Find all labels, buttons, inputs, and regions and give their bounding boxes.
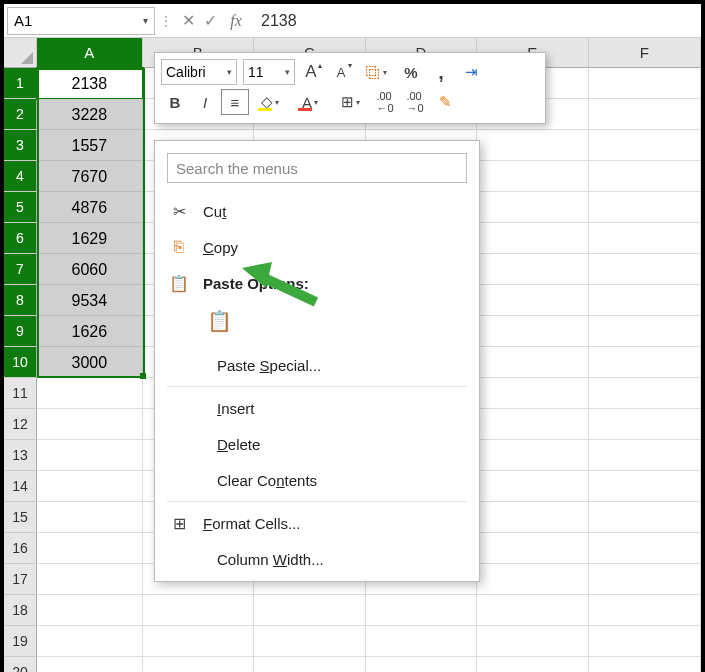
- cell[interactable]: 3000: [37, 347, 143, 378]
- font-size-select[interactable]: 11 ▾: [243, 59, 295, 85]
- cell[interactable]: [37, 502, 143, 533]
- row-header[interactable]: 15: [4, 502, 37, 533]
- row-header[interactable]: 3: [4, 130, 37, 161]
- cell[interactable]: [254, 626, 365, 657]
- cell[interactable]: [37, 471, 143, 502]
- cell[interactable]: 3228: [37, 99, 143, 130]
- cell[interactable]: [37, 595, 143, 626]
- row-header[interactable]: 20: [4, 657, 37, 672]
- paste-default-button[interactable]: 📋: [203, 305, 235, 337]
- menu-item-insert[interactable]: Insert: [155, 390, 479, 426]
- menu-item-column-width[interactable]: Column Width...: [155, 541, 479, 577]
- col-header-f[interactable]: F: [589, 38, 701, 68]
- cell[interactable]: 7670: [37, 161, 143, 192]
- row-header[interactable]: 13: [4, 440, 37, 471]
- cell[interactable]: [477, 192, 588, 223]
- accept-formula-icon[interactable]: ✓: [199, 11, 221, 30]
- row-header[interactable]: 16: [4, 533, 37, 564]
- cell[interactable]: 1629: [37, 223, 143, 254]
- cell[interactable]: [589, 471, 701, 502]
- increase-decimal-button[interactable]: .00←0: [371, 89, 399, 115]
- shrink-font-button[interactable]: A▾: [327, 59, 355, 85]
- menu-search-input[interactable]: Search the menus: [167, 153, 467, 183]
- fx-icon[interactable]: fx: [221, 12, 251, 30]
- font-color-button[interactable]: A ▾: [291, 89, 329, 115]
- menu-item-copy[interactable]: ⎘ Copy: [155, 229, 479, 265]
- select-all-corner[interactable]: [4, 38, 37, 68]
- row-header[interactable]: 17: [4, 564, 37, 595]
- row-header[interactable]: 2: [4, 99, 37, 130]
- row-header[interactable]: 7: [4, 254, 37, 285]
- row-header[interactable]: 18: [4, 595, 37, 626]
- cell[interactable]: 6060: [37, 254, 143, 285]
- cell[interactable]: [37, 657, 143, 672]
- fill-color-button[interactable]: ◇ ▾: [251, 89, 289, 115]
- row-header[interactable]: 12: [4, 409, 37, 440]
- cell[interactable]: [589, 657, 701, 672]
- cell[interactable]: [477, 378, 588, 409]
- cell[interactable]: [477, 316, 588, 347]
- cell[interactable]: 1557: [37, 130, 143, 161]
- row-header[interactable]: 11: [4, 378, 37, 409]
- menu-item-paste-special[interactable]: Paste Special...: [155, 347, 479, 383]
- cell[interactable]: [477, 409, 588, 440]
- cell[interactable]: [477, 626, 588, 657]
- cell[interactable]: [477, 254, 588, 285]
- cell[interactable]: [37, 533, 143, 564]
- cell[interactable]: [366, 595, 477, 626]
- cell[interactable]: [37, 378, 143, 409]
- cell[interactable]: 1626: [37, 316, 143, 347]
- menu-item-delete[interactable]: Delete: [155, 426, 479, 462]
- cell[interactable]: [589, 564, 701, 595]
- row-header[interactable]: 8: [4, 285, 37, 316]
- cell[interactable]: [477, 502, 588, 533]
- cell[interactable]: [254, 595, 365, 626]
- cell[interactable]: [589, 440, 701, 471]
- cell[interactable]: 9534: [37, 285, 143, 316]
- row-header[interactable]: 5: [4, 192, 37, 223]
- cancel-formula-icon[interactable]: ✕: [177, 11, 199, 30]
- cell[interactable]: 2138: [37, 68, 143, 99]
- format-painter-button[interactable]: ✎: [431, 89, 459, 115]
- cell[interactable]: [37, 626, 143, 657]
- wrap-text-button[interactable]: ⇥: [457, 59, 485, 85]
- italic-button[interactable]: I: [191, 89, 219, 115]
- cell[interactable]: [477, 347, 588, 378]
- cell[interactable]: [477, 285, 588, 316]
- cell[interactable]: [477, 161, 588, 192]
- cell[interactable]: [589, 378, 701, 409]
- formula-bar-value[interactable]: 2138: [251, 12, 297, 30]
- menu-item-clear-contents[interactable]: Clear Contents: [155, 462, 479, 498]
- comma-button[interactable]: ,: [427, 59, 455, 85]
- cell[interactable]: [589, 99, 701, 130]
- cell[interactable]: [477, 471, 588, 502]
- cell[interactable]: [589, 254, 701, 285]
- merge-button[interactable]: ⿻▾: [357, 59, 395, 85]
- row-header[interactable]: 19: [4, 626, 37, 657]
- cell[interactable]: [477, 564, 588, 595]
- cell[interactable]: [589, 285, 701, 316]
- cell[interactable]: [589, 533, 701, 564]
- cell[interactable]: [589, 502, 701, 533]
- menu-item-format-cells[interactable]: ⊞ Format Cells...: [155, 505, 479, 541]
- cell[interactable]: [589, 409, 701, 440]
- cell[interactable]: [366, 657, 477, 672]
- align-center-button[interactable]: ≡: [221, 89, 249, 115]
- cell[interactable]: [477, 595, 588, 626]
- cell[interactable]: [477, 223, 588, 254]
- cell[interactable]: [477, 657, 588, 672]
- cell[interactable]: [37, 564, 143, 595]
- cell[interactable]: [477, 440, 588, 471]
- cell[interactable]: [143, 626, 254, 657]
- menu-item-cut[interactable]: ✂ Cut: [155, 193, 479, 229]
- cell[interactable]: [589, 347, 701, 378]
- row-header[interactable]: 10: [4, 347, 37, 378]
- cell[interactable]: [477, 533, 588, 564]
- cell[interactable]: [366, 626, 477, 657]
- borders-button[interactable]: ⊞▾: [331, 89, 369, 115]
- cell[interactable]: [143, 595, 254, 626]
- grow-font-button[interactable]: A▴: [297, 59, 325, 85]
- chevron-down-icon[interactable]: ▾: [143, 15, 148, 26]
- name-box[interactable]: A1 ▾: [7, 7, 155, 35]
- row-header[interactable]: 1: [4, 68, 37, 99]
